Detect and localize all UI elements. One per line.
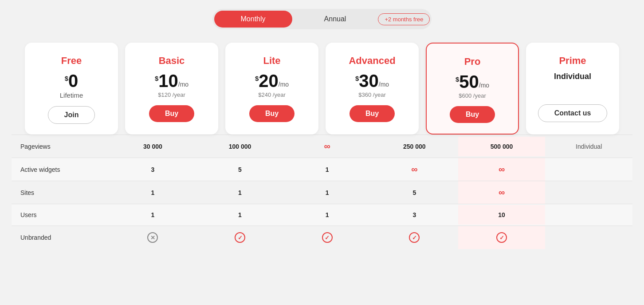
comparison-table: Pageviews 30 000 100 000 ∞ 250 000 500 0…: [12, 135, 632, 249]
pageviews-pro: 500 000: [458, 137, 546, 156]
users-lite: 1: [283, 205, 371, 225]
price-period-basic: /mo: [178, 81, 188, 88]
join-button[interactable]: Join: [48, 106, 95, 124]
price-amount-advanced: 30: [359, 72, 379, 90]
price-amount-pro: 50: [459, 73, 479, 91]
table-row-pageviews: Pageviews 30 000 100 000 ∞ 250 000 500 0…: [12, 135, 632, 158]
feature-label-users: Users: [12, 204, 109, 226]
sites-prime: [545, 186, 632, 199]
plan-price-advanced: $ 30 /mo: [334, 72, 410, 90]
check-icon-advanced: ✓: [409, 232, 420, 243]
buy-button-basic[interactable]: Buy: [149, 105, 194, 122]
price-yearly-lite: $240 /year: [234, 91, 310, 98]
users-basic: 1: [196, 205, 284, 225]
table-row-users: Users 1 1 1 3 10: [12, 204, 632, 226]
plan-name-free: Free: [34, 55, 109, 67]
plan-name-prime: Prime: [535, 55, 610, 67]
plan-card-basic: Basic $ 10 /mo $120 /year Buy: [125, 43, 218, 135]
widgets-lite: 1: [283, 160, 371, 179]
check-icon-pro: ✓: [496, 232, 507, 243]
pageviews-free: 30 000: [109, 137, 196, 156]
check-icon-basic: ✓: [235, 232, 245, 243]
price-amount-basic: 10: [158, 72, 178, 90]
price-period-lite: /mo: [279, 81, 289, 88]
dollar-sign-lite: $: [255, 75, 259, 82]
sites-pro: ∞: [458, 181, 546, 204]
unbranded-prime: [545, 231, 632, 244]
sites-lite: 1: [283, 183, 371, 202]
table-row-widgets: Active widgets 3 5 1 ∞ ∞: [12, 158, 632, 181]
users-pro: 10: [458, 205, 546, 225]
billing-toggle: Monthly Annual +2 months free: [212, 9, 432, 29]
unbranded-basic: ✓: [196, 226, 284, 249]
price-lifetime-free: Lifetime: [34, 91, 109, 99]
plan-name-pro: Pro: [436, 56, 509, 67]
dollar-sign-free: $: [65, 75, 68, 82]
users-advanced: 3: [371, 205, 458, 225]
plan-name-basic: Basic: [134, 55, 209, 67]
plan-card-prime: Prime Individual Contact us: [526, 43, 619, 135]
buy-button-lite[interactable]: Buy: [249, 105, 295, 122]
sites-basic: 1: [196, 183, 284, 202]
buy-button-pro[interactable]: Buy: [450, 106, 495, 123]
table-row-unbranded: Unbranded ✕ ✓ ✓ ✓ ✓: [12, 226, 632, 249]
infinity-icon-advanced-w: ∞: [411, 164, 417, 174]
widgets-free: 3: [109, 160, 196, 179]
feature-label-unbranded: Unbranded: [12, 227, 109, 248]
widgets-basic: 5: [196, 160, 284, 179]
sites-free: 1: [109, 183, 196, 202]
pageviews-prime: Individual: [545, 137, 632, 156]
plans-container: Free $ 0 Lifetime Join Basic $ 10 /mo $1…: [12, 43, 632, 135]
price-period-pro: /mo: [479, 82, 489, 89]
pageviews-advanced: 250 000: [371, 137, 458, 156]
buy-button-advanced[interactable]: Buy: [349, 105, 395, 122]
plan-price-basic: $ 10 /mo: [134, 72, 209, 90]
annual-toggle-btn[interactable]: Annual: [298, 11, 373, 28]
plan-card-lite: Lite $ 20 /mo $240 /year Buy: [225, 43, 318, 135]
plan-price-lite: $ 20 /mo: [234, 72, 310, 90]
price-amount-lite: 20: [259, 72, 279, 90]
unbranded-lite: ✓: [283, 226, 371, 249]
sites-advanced: 5: [371, 183, 458, 202]
widgets-prime: [545, 163, 632, 176]
widgets-pro: ∞: [458, 158, 546, 181]
feature-label-sites: Sites: [12, 182, 109, 203]
check-icon-lite: ✓: [322, 232, 333, 243]
feature-label-widgets: Active widgets: [12, 159, 109, 180]
plan-name-advanced: Advanced: [334, 55, 410, 67]
monthly-toggle-btn[interactable]: Monthly: [214, 11, 292, 28]
feature-label-pageviews: Pageviews: [12, 136, 109, 157]
pageviews-lite: ∞: [283, 135, 371, 158]
cross-icon-free: ✕: [147, 232, 158, 243]
price-amount-free: 0: [68, 72, 78, 90]
plan-card-free: Free $ 0 Lifetime Join: [25, 43, 118, 135]
dollar-sign-pro: $: [456, 75, 459, 83]
table-row-sites: Sites 1 1 1 5 ∞: [12, 181, 632, 204]
infinity-icon-pro-w: ∞: [499, 164, 505, 174]
price-yearly-pro: $600 /year: [436, 92, 509, 99]
widgets-advanced: ∞: [371, 158, 458, 181]
pageviews-basic: 100 000: [196, 137, 284, 156]
users-prime: [545, 209, 632, 221]
contact-us-button[interactable]: Contact us: [538, 104, 608, 122]
plan-price-free: $ 0: [34, 72, 109, 90]
price-yearly-basic: $120 /year: [134, 91, 209, 98]
unbranded-free: ✕: [109, 226, 196, 249]
unbranded-advanced: ✓: [371, 226, 458, 249]
price-yearly-advanced: $360 /year: [334, 91, 410, 98]
price-period-advanced: /mo: [379, 81, 389, 88]
infinity-icon: ∞: [324, 141, 330, 151]
dollar-sign-advanced: $: [355, 75, 359, 82]
unbranded-pro: ✓: [458, 226, 546, 249]
plan-card-pro: Pro $ 50 /mo $600 /year Buy: [426, 43, 519, 135]
months-free-badge: +2 months free: [378, 13, 430, 25]
infinity-icon-pro-s: ∞: [499, 187, 505, 197]
plan-card-advanced: Advanced $ 30 /mo $360 /year Buy: [326, 43, 419, 135]
plan-name-lite: Lite: [234, 55, 310, 67]
prime-subtitle: Individual: [535, 72, 610, 81]
users-free: 1: [109, 205, 196, 225]
dollar-sign-basic: $: [155, 75, 158, 82]
plan-price-pro: $ 50 /mo: [436, 73, 509, 91]
